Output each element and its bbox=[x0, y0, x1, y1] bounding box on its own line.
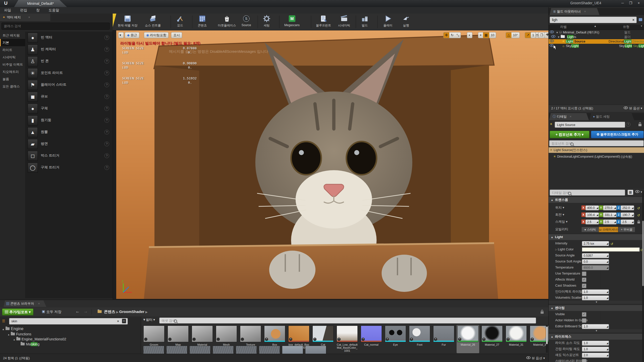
billboard-scale-input[interactable]: 1.0◢ bbox=[582, 324, 609, 329]
minimize-button[interactable]: ─ bbox=[619, 1, 626, 6]
indirect-intensity-input[interactable]: 1.0◢ bbox=[582, 289, 609, 294]
filter-list-icon[interactable]: ≡ bbox=[122, 319, 126, 323]
volumetric-input[interactable]: 1.0◢ bbox=[582, 295, 609, 300]
world-settings-tab[interactable]: ● 월드 세팅 bbox=[589, 113, 634, 120]
rotation-x-input[interactable]: 100.4◢ bbox=[585, 212, 599, 217]
close-button[interactable]: × bbox=[635, 1, 642, 6]
marketplace-button[interactable]: 마켓플레이스 bbox=[218, 15, 236, 28]
asset-tile[interactable]: * Cat_normal bbox=[360, 325, 383, 353]
source-button[interactable]: S Source bbox=[242, 15, 251, 27]
expand-section-chevron[interactable]: ▼ bbox=[549, 301, 644, 304]
view-mode-button[interactable]: ◉라이팅포함 bbox=[144, 32, 169, 38]
expand-caret[interactable]: ▼ bbox=[557, 36, 560, 38]
scale-y-input[interactable]: 2.5◢ bbox=[603, 219, 617, 224]
asset-thumbnail-partial[interactable] bbox=[236, 346, 257, 354]
modes-button[interactable]: 모드 bbox=[176, 15, 184, 28]
maximize-viewport-button[interactable]: ❐ bbox=[538, 32, 545, 38]
asset-tile[interactable]: * Material_33 bbox=[529, 325, 548, 353]
actor-list-item[interactable]: ▰ 평면 ? bbox=[25, 138, 113, 150]
cinematics-button[interactable]: 시네마틱 bbox=[338, 15, 350, 28]
visibility-eye-icon[interactable] bbox=[550, 39, 554, 42]
scale-z-input[interactable]: 2.5◢ bbox=[621, 219, 634, 224]
viewport-3d[interactable]: ▾ ◆원근 ◉라이팅포함 표시 ✜ ↻ ⤡ ◐ ⌖ ▦ 10 △ 10° ↗ 0… bbox=[116, 30, 548, 299]
asset-tile[interactable]: * Material_27 bbox=[481, 325, 503, 353]
mobility-static-button[interactable]: ● 스태틱 bbox=[581, 227, 599, 232]
reset-rotation-icon[interactable]: ↺ bbox=[637, 212, 640, 218]
asset-tile[interactable]: * Material_31 bbox=[505, 325, 528, 353]
close-tab-icon[interactable]: × bbox=[38, 302, 40, 305]
filters-button[interactable]: ▼필터 ▾ bbox=[143, 318, 155, 324]
details-tab[interactable]: ⓘ 디테일 × bbox=[549, 113, 589, 120]
outliner-row-lights-folder[interactable]: ▼ Lights 폴더 bbox=[549, 35, 644, 39]
asset-thumbnail-partial[interactable] bbox=[189, 346, 211, 354]
camera-mode-button[interactable]: ◆원근 bbox=[125, 32, 139, 38]
menu-edit[interactable]: 편집 bbox=[16, 7, 31, 14]
asset-tile[interactable]: * Fur bbox=[432, 325, 455, 353]
visibility-eye-icon[interactable] bbox=[550, 30, 554, 33]
transform-section-header[interactable]: ▲트랜스폼 bbox=[549, 197, 644, 203]
scale-label[interactable]: 스케일 ▾ bbox=[555, 219, 568, 225]
menu-help[interactable]: 도움말 bbox=[45, 7, 63, 14]
display-filter-dropdown[interactable]: ▾ bbox=[634, 190, 642, 194]
assets-scrollbar[interactable] bbox=[546, 325, 548, 353]
actor-category[interactable]: 비주얼 이펙트 bbox=[0, 61, 25, 68]
sources-toggle-icon[interactable]: ☰ bbox=[2, 319, 5, 323]
details-search-input[interactable]: 디테일 검색 bbox=[550, 190, 625, 196]
actor-category[interactable]: 모든 클래스 bbox=[0, 83, 25, 90]
actor-list-item[interactable]: ◯ 구체 트리거 ? bbox=[25, 162, 113, 173]
visibility-eye-icon[interactable] bbox=[551, 35, 555, 38]
lock-icon[interactable] bbox=[638, 122, 642, 126]
move-tool-button[interactable]: ✜ bbox=[444, 32, 449, 38]
asset-thumbnail-partial[interactable] bbox=[143, 346, 164, 354]
viewport-options-dropdown[interactable]: ▾ bbox=[118, 32, 124, 38]
angle-snap-value[interactable]: 10° bbox=[511, 32, 519, 38]
label-column-header[interactable]: 라벨 bbox=[560, 25, 567, 29]
stationary-light-checkbox[interactable] bbox=[582, 359, 586, 362]
back-button[interactable]: ← bbox=[75, 309, 80, 314]
actor-hidden-checkbox[interactable] bbox=[582, 318, 586, 323]
rotation-z-input[interactable]: 190.7◢ bbox=[621, 212, 634, 217]
visible-checkbox[interactable]: ✓ bbox=[582, 312, 586, 317]
type-column-header[interactable]: 유형 bbox=[623, 25, 629, 29]
component-child-row[interactable]: ☀DirectionalLightComponent (LightCompone… bbox=[549, 154, 644, 159]
camera-speed-value[interactable]: 1 bbox=[531, 32, 536, 38]
clear-filter-icon[interactable]: × bbox=[117, 318, 119, 324]
save-all-button[interactable]: ▣ 모두 저장 bbox=[42, 308, 61, 315]
close-tab-icon[interactable]: × bbox=[570, 115, 572, 118]
mobility-movable-button[interactable]: + 무버블 bbox=[618, 227, 635, 232]
asset-thumbnail-partial[interactable] bbox=[259, 346, 280, 354]
build-button[interactable]: 빌드 bbox=[361, 15, 369, 28]
outliner-search-input[interactable]: ligh × bbox=[550, 17, 637, 23]
menu-window[interactable]: 창 bbox=[32, 7, 44, 14]
outliner-row-light-source[interactable]: ☀ Light Source DirectionalLight Directio… bbox=[549, 39, 644, 44]
content-browser-tab[interactable]: ▦ 콘텐츠 브라우저 × bbox=[4, 300, 46, 307]
lightmass-source-angle-input[interactable]: 1.0◢ bbox=[582, 341, 609, 346]
close-tab-icon[interactable]: × bbox=[28, 15, 30, 19]
actor-list-item[interactable]: ◼ 큐브 ? bbox=[25, 91, 113, 103]
scale-x-input[interactable]: 2.5◢ bbox=[585, 219, 599, 224]
class-search-input[interactable]: 클래스 검색 bbox=[2, 23, 110, 30]
actor-list-item[interactable]: ♟ 빈 캐릭터 ? bbox=[25, 43, 113, 55]
light-color-swatch[interactable] bbox=[582, 247, 640, 252]
filter-caret-icon[interactable]: ▼ bbox=[640, 25, 643, 27]
forward-button[interactable]: → bbox=[84, 309, 88, 314]
breadcrumb-folder[interactable]: GroomShader bbox=[119, 309, 144, 314]
location-z-input[interactable]: 252.0◢ bbox=[621, 205, 634, 210]
reset-location-icon[interactable]: ↺ bbox=[637, 205, 640, 211]
folder-filter-input[interactable]: skin × ≡ bbox=[9, 318, 128, 325]
megascans-button[interactable]: M Megascans bbox=[284, 15, 300, 27]
outliner-row-world[interactable]: ▼ ⛁ Minimal_Default (에디터) 월드 bbox=[549, 30, 644, 35]
outliner-row-skylight[interactable]: ☼ SkyLight SkyLight SkyLight bbox=[549, 44, 644, 48]
close-tab-icon[interactable]: × bbox=[584, 10, 586, 13]
blueprints-button[interactable]: 블루프린트 bbox=[316, 15, 331, 28]
world-local-toggle[interactable]: ◐ bbox=[467, 32, 472, 38]
rotation-y-input[interactable]: 331.1◢ bbox=[603, 212, 617, 217]
actor-category[interactable]: 지오메트리 bbox=[0, 68, 25, 75]
asset-thumbnail-partial[interactable] bbox=[213, 346, 234, 354]
level-tab[interactable]: Minimal_Default* bbox=[14, 0, 67, 7]
expand-caret[interactable]: ▼ bbox=[556, 31, 558, 34]
new-folder-icon[interactable] bbox=[639, 18, 642, 21]
add-blueprint-button[interactable]: ⚙ 블루프린트/스크립트 추가 bbox=[591, 131, 644, 138]
content-button[interactable]: 콘텐츠 bbox=[198, 15, 207, 28]
cast-shadows-checkbox[interactable]: ✓ bbox=[582, 284, 586, 288]
